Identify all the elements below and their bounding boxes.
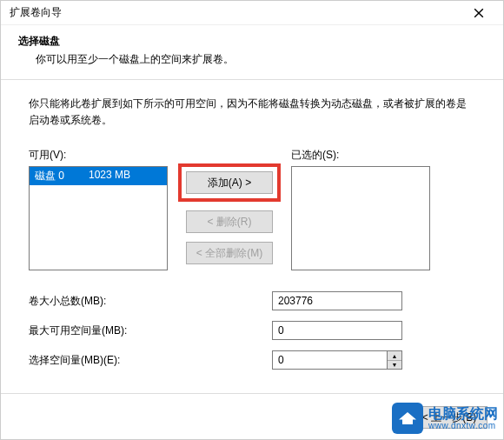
window-title: 扩展卷向导	[10, 5, 62, 20]
disk-name: 磁盘 0	[35, 169, 64, 183]
max-size-field	[272, 321, 402, 340]
total-size-field	[272, 291, 402, 310]
spin-buttons: ▲ ▼	[387, 350, 402, 370]
select-size-spinner: ▲ ▼	[272, 350, 402, 370]
page-subheading: 你可以用至少一个磁盘上的空间来扩展卷。	[18, 52, 486, 67]
content-area: 你只能将此卷扩展到如下所示的可用空间，因为不能将磁盘转换为动态磁盘，或者被扩展的…	[1, 80, 503, 389]
selected-label: 已选的(S):	[291, 148, 430, 163]
add-button[interactable]: 添加(A) >	[186, 171, 273, 194]
description-text: 你只能将此卷扩展到如下所示的可用空间，因为不能将磁盘转换为动态磁盘，或者被扩展的…	[29, 96, 475, 129]
transfer-buttons: 添加(A) > < 删除(R) < 全部删除(M)	[178, 163, 281, 264]
back-button[interactable]: < 上一步(B)	[411, 406, 487, 429]
header-area: 选择磁盘 你可以用至少一个磁盘上的空间来扩展卷。	[1, 25, 503, 80]
close-icon	[474, 8, 484, 18]
size-form: 卷大小总数(MB): 最大可用空间量(MB): 选择空间量(MB)(E): ▲ …	[29, 291, 475, 370]
remove-button[interactable]: < 删除(R)	[186, 210, 273, 233]
select-size-row: 选择空间量(MB)(E): ▲ ▼	[29, 350, 475, 370]
total-size-row: 卷大小总数(MB):	[29, 291, 475, 310]
titlebar: 扩展卷向导	[1, 1, 503, 25]
close-button[interactable]	[461, 2, 496, 24]
wizard-window: 扩展卷向导 选择磁盘 你可以用至少一个磁盘上的空间来扩展卷。 你只能将此卷扩展到…	[0, 0, 504, 440]
footer-buttons: < 上一步(B)	[1, 406, 503, 429]
footer-separator	[1, 393, 503, 394]
max-size-label: 最大可用空间量(MB):	[29, 323, 272, 338]
select-size-field[interactable]	[272, 350, 387, 370]
available-column: 可用(V): 磁盘 0 1023 MB	[29, 148, 168, 270]
selected-listbox[interactable]	[291, 166, 430, 270]
available-listbox[interactable]: 磁盘 0 1023 MB	[29, 166, 168, 270]
list-item[interactable]: 磁盘 0 1023 MB	[30, 167, 167, 185]
total-size-label: 卷大小总数(MB):	[29, 294, 272, 309]
disk-lists-row: 可用(V): 磁盘 0 1023 MB 添加(A) > < 删除(R) < 全部…	[29, 148, 475, 270]
page-heading: 选择磁盘	[18, 34, 486, 49]
spin-down-button[interactable]: ▼	[388, 361, 401, 370]
max-size-row: 最大可用空间量(MB):	[29, 321, 475, 340]
selected-column: 已选的(S):	[291, 148, 430, 270]
remove-all-button[interactable]: < 全部删除(M)	[186, 242, 273, 264]
spin-up-button[interactable]: ▲	[388, 351, 401, 361]
available-label: 可用(V):	[29, 148, 168, 163]
select-size-label: 选择空间量(MB)(E):	[29, 353, 272, 368]
highlight-box: 添加(A) >	[178, 163, 281, 202]
disk-size: 1023 MB	[89, 169, 130, 183]
